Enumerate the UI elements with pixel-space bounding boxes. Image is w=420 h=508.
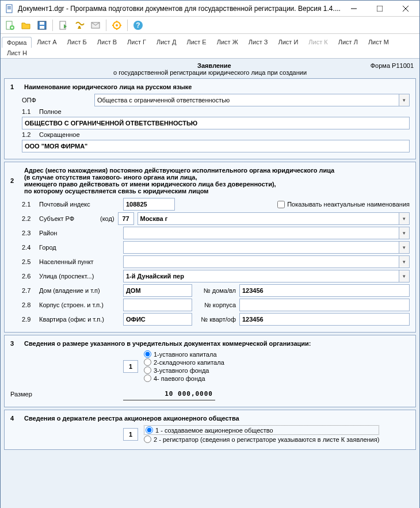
registry-option-2[interactable]: 2 - регистратор (сведения о регистраторе…: [144, 436, 379, 443]
minimize-button[interactable]: [341, 1, 366, 17]
corpus-label: Корпус (строен. и т.п.): [39, 301, 120, 308]
opf-label: ОПФ: [22, 97, 91, 104]
tab-list-k[interactable]: Лист К: [303, 36, 333, 47]
tab-list-g[interactable]: Лист Г: [122, 36, 151, 47]
save-button[interactable]: [35, 18, 49, 32]
titlebar: Документ1.dgr - Программа подготовки док…: [1, 1, 419, 17]
subject-label: Субъект РФ: [39, 215, 97, 222]
capital-type-input[interactable]: [123, 360, 138, 373]
settings-button[interactable]: [110, 18, 124, 32]
tab-list-i[interactable]: Лист И: [273, 36, 303, 47]
help-button[interactable]: ?: [131, 18, 145, 32]
short-name-label: Сокращенное: [39, 131, 80, 138]
section-4: 4 Сведения о держателе реестра акционеро…: [4, 410, 416, 450]
chevron-down-icon[interactable]: ▾: [399, 212, 410, 225]
tab-list-e[interactable]: Лист Е: [181, 36, 211, 47]
house-num-input[interactable]: [239, 284, 410, 297]
corpus-num-input[interactable]: [239, 299, 410, 311]
size-input[interactable]: [123, 388, 215, 400]
full-name-label: Полное: [39, 108, 62, 115]
doc-title: Заявление: [58, 62, 371, 69]
chevron-down-icon[interactable]: ▾: [399, 255, 410, 268]
tab-list-m[interactable]: Лист М: [363, 36, 394, 47]
svg-rect-3: [7, 9, 11, 9]
maximize-button[interactable]: [366, 1, 392, 17]
svg-rect-1: [7, 6, 11, 7]
postal-index-label: Почтовый индекс: [39, 201, 120, 208]
tab-list-n[interactable]: Лист Н: [2, 47, 32, 58]
subject-code-input[interactable]: [118, 212, 134, 225]
apartment-num-input[interactable]: [239, 313, 410, 326]
capital-option-4[interactable]: 4- паевого фонда: [144, 375, 224, 382]
tab-forma[interactable]: Форма: [2, 37, 32, 48]
apartment-label: Квартира (офис и т.п.): [39, 316, 120, 323]
tab-list-d[interactable]: Лист Д: [151, 36, 181, 47]
print-button[interactable]: [72, 18, 86, 32]
svg-text:?: ?: [136, 21, 140, 29]
section-3: 3 Сведения о размере указанного в учреди…: [4, 335, 416, 407]
section-4-title: Сведения о держателе реестра акционеров …: [24, 415, 239, 422]
house-type-input[interactable]: [123, 284, 192, 297]
full-name-input[interactable]: [22, 117, 410, 129]
svg-rect-5: [377, 6, 383, 12]
tab-bar: Форма Лист А Лист Б Лист В Лист Г Лист Д…: [1, 34, 419, 59]
close-button[interactable]: [392, 1, 418, 17]
form-code: Форма Р11001: [371, 62, 414, 69]
svg-rect-2: [7, 7, 11, 8]
open-button[interactable]: [19, 18, 33, 32]
tab-list-z[interactable]: Лист З: [243, 36, 273, 47]
new-doc-button[interactable]: [3, 18, 17, 32]
city-input[interactable]: [123, 241, 399, 254]
document-area: Заявление Форма Р11001 о государственной…: [1, 59, 419, 508]
locality-input[interactable]: [123, 255, 399, 268]
chevron-down-icon[interactable]: ▾: [399, 94, 410, 106]
chevron-down-icon[interactable]: ▾: [399, 270, 410, 282]
svg-rect-14: [40, 26, 44, 29]
show-old-checkbox[interactable]: Показывать неактуальные наименования: [277, 201, 410, 208]
locality-label: Населенный пункт: [39, 258, 120, 265]
size-label: Размер: [10, 391, 120, 398]
registry-type-input[interactable]: [123, 428, 138, 441]
section-3-title: Сведения о размере указанного в учредите…: [24, 340, 311, 347]
section-1-title: Наименование юридического лица на русско…: [24, 83, 192, 90]
svg-point-18: [116, 24, 118, 26]
export-button[interactable]: [56, 18, 70, 32]
street-input[interactable]: [123, 270, 399, 282]
apartment-type-input[interactable]: [123, 313, 192, 326]
tab-list-l[interactable]: Лист Л: [333, 36, 363, 47]
chevron-down-icon[interactable]: ▾: [399, 227, 410, 239]
house-label: Дом (владение и т.п): [39, 287, 120, 294]
doc-subtitle: о государственной регистрации юридическо…: [4, 69, 416, 76]
mail-button[interactable]: [89, 18, 102, 32]
window-title: Документ1.dgr - Программа подготовки док…: [18, 5, 341, 13]
tab-list-b[interactable]: Лист Б: [62, 36, 92, 47]
tab-list-zh[interactable]: Лист Ж: [212, 36, 243, 47]
city-label: Город: [39, 244, 120, 251]
capital-option-2[interactable]: 2-складочного капитала: [144, 358, 224, 366]
district-input[interactable]: [123, 227, 399, 239]
section-1: 1 Наименование юридического лица на русс…: [4, 78, 416, 159]
short-name-input[interactable]: [22, 140, 410, 152]
capital-option-3[interactable]: 3-уставного фонда: [144, 366, 224, 374]
tab-list-a[interactable]: Лист А: [32, 36, 62, 47]
chevron-down-icon[interactable]: ▾: [399, 241, 410, 254]
capital-option-1[interactable]: 1-уставного капитала: [144, 350, 224, 358]
registry-option-1[interactable]: 1 - создаваемое акционерное общество: [144, 425, 379, 435]
app-icon: [5, 4, 14, 13]
subject-select[interactable]: [138, 212, 399, 225]
corpus-type-input[interactable]: [123, 299, 192, 311]
street-label: Улица (проспект...): [39, 273, 120, 280]
tab-list-v[interactable]: Лист В: [92, 36, 122, 47]
app-window: Документ1.dgr - Программа подготовки док…: [0, 0, 420, 508]
svg-rect-13: [40, 22, 44, 25]
district-label: Район: [39, 230, 120, 236]
section-2: 2 Адрес (место нахождения) постоянно дей…: [4, 162, 416, 333]
opf-select[interactable]: [94, 94, 399, 106]
postal-index-input[interactable]: [123, 198, 175, 211]
toolbar: ?: [1, 17, 419, 34]
